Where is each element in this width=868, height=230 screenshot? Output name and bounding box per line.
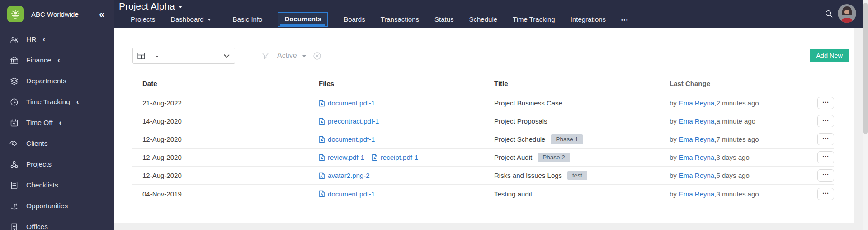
- table-row: 12-Aug-2020 review.pdf-1 receipt.pdf-1 P…: [132, 149, 834, 167]
- cell-date: 21-Aug-2022: [132, 99, 319, 107]
- row-actions-button[interactable]: ...: [817, 97, 834, 109]
- tab-dashboard[interactable]: Dashboard: [170, 15, 211, 23]
- brand: ABC Worldwide «: [0, 0, 114, 24]
- table-row: 12-Aug-2020 document.pdf-1 Project Sched…: [132, 130, 834, 149]
- table-header-row: Date Files Title Last Change: [132, 73, 834, 94]
- chevron-left-icon: ‹: [59, 118, 62, 127]
- file-link[interactable]: document.pdf-1: [319, 190, 375, 198]
- view-selector-group: -: [132, 48, 235, 64]
- caret-down-icon: [179, 6, 182, 8]
- scrollbar-thumb[interactable]: [863, 3, 868, 134]
- file-link[interactable]: receipt.pdf-1: [372, 153, 418, 161]
- user-link[interactable]: Ema Reyna: [679, 117, 714, 125]
- tab-documents[interactable]: Documents: [278, 12, 328, 27]
- top-header: Project Alpha Projects Dashboard Basic I…: [114, 0, 863, 28]
- people-icon: [9, 35, 19, 44]
- cell-title: Project Audit: [494, 153, 532, 161]
- vertical-scrollbar[interactable]: [863, 0, 868, 230]
- tab-time-tracking[interactable]: Time Tracking: [513, 15, 555, 23]
- calendar-x-icon: [9, 118, 19, 128]
- tab-transactions[interactable]: Transactions: [381, 15, 419, 23]
- content-area: - Active Add New Date Files Title Last C…: [114, 28, 863, 230]
- table-view-button[interactable]: [133, 48, 150, 63]
- timestamp: 2 minutes ago: [716, 99, 759, 107]
- sidebar-item-departments[interactable]: Departments: [0, 71, 114, 91]
- user-avatar[interactable]: [838, 4, 856, 23]
- tab-projects[interactable]: Projects: [131, 15, 155, 23]
- sidebar-item-opportunities[interactable]: Opportunities: [0, 196, 114, 216]
- row-actions-button[interactable]: ...: [817, 151, 834, 163]
- toolbar: - Active Add New: [132, 48, 849, 64]
- column-header-date: Date: [132, 80, 319, 87]
- tab-integrations[interactable]: Integrations: [571, 15, 606, 23]
- sidebar-item-label: Clients: [26, 139, 47, 148]
- file-link[interactable]: avatar2.png-2: [319, 172, 370, 179]
- filter-group: Active: [261, 51, 322, 61]
- sidebar-collapse-icon[interactable]: «: [99, 9, 108, 19]
- checklist-icon: [9, 181, 19, 190]
- sidebar-item-label: Finance: [26, 56, 51, 64]
- sidebar-item-label: Departments: [26, 77, 66, 85]
- file-link[interactable]: precontract.pdf-1: [319, 117, 379, 125]
- file-link[interactable]: document.pdf-1: [319, 135, 375, 143]
- pdf-file-icon: [319, 118, 325, 125]
- cell-title: Project Schedule: [494, 135, 545, 143]
- clear-filter-icon[interactable]: [312, 51, 322, 61]
- cell-date: 12-Aug-2020: [132, 172, 319, 179]
- sidebar-item-label: Projects: [26, 160, 52, 168]
- column-header-title: Title: [494, 80, 670, 87]
- timestamp: a minute ago: [716, 117, 755, 125]
- view-select[interactable]: -: [150, 48, 235, 63]
- sidebar: ABC Worldwide « HR ‹ Finance ‹ Departmen…: [0, 0, 114, 230]
- row-actions-button[interactable]: ...: [817, 133, 834, 145]
- row-actions-button[interactable]: ...: [817, 115, 834, 127]
- tag-badge: Phase 1: [551, 134, 583, 144]
- sidebar-item-finance[interactable]: Finance ‹: [0, 50, 114, 71]
- file-link[interactable]: review.pdf-1: [319, 153, 364, 161]
- sidebar-item-hr[interactable]: HR ‹: [0, 29, 114, 50]
- caret-down-icon[interactable]: [302, 55, 306, 58]
- chevron-left-icon: ‹: [42, 35, 45, 44]
- cell-title: Testing audit: [494, 190, 532, 198]
- sidebar-item-offices[interactable]: Offices: [0, 216, 114, 230]
- company-logo[interactable]: [7, 6, 24, 22]
- user-link[interactable]: Ema Reyna: [679, 190, 714, 198]
- table-row: 12-Aug-2020 avatar2.png-2 Risks and Issu…: [132, 167, 834, 185]
- cell-date: 12-Aug-2020: [132, 135, 319, 143]
- cell-date: 12-Aug-2020: [132, 153, 319, 161]
- sidebar-item-time-tracking[interactable]: Time Tracking ‹: [0, 91, 114, 112]
- tab-status[interactable]: Status: [434, 15, 454, 23]
- tab-basic-info[interactable]: Basic Info: [233, 15, 263, 23]
- bank-icon: [9, 56, 19, 65]
- sidebar-item-time-off[interactable]: Time Off ‹: [0, 112, 114, 133]
- timestamp: 3 minutes ago: [716, 190, 759, 198]
- table-row: 21-Aug-2022 document.pdf-1 Project Busin…: [132, 94, 834, 112]
- add-new-button[interactable]: Add New: [810, 49, 849, 62]
- sunrise-icon: [10, 9, 21, 19]
- tab-schedule[interactable]: Schedule: [469, 15, 498, 23]
- filter-value[interactable]: Active: [277, 52, 297, 60]
- user-link[interactable]: Ema Reyna: [679, 99, 714, 107]
- file-link[interactable]: document.pdf-1: [319, 99, 375, 107]
- search-icon[interactable]: [824, 9, 834, 20]
- sidebar-item-label: Time Tracking: [26, 98, 70, 106]
- table-row: 04-Nov-2019 document.pdf-1 Testing audit…: [132, 185, 834, 203]
- sidebar-item-checklists[interactable]: Checklists: [0, 175, 114, 196]
- user-link[interactable]: Ema Reyna: [679, 135, 714, 143]
- sidebar-item-projects[interactable]: Projects: [0, 154, 114, 175]
- row-actions-button[interactable]: ...: [817, 169, 834, 182]
- sidebar-item-label: HR: [26, 35, 36, 43]
- pdf-file-icon: [319, 100, 325, 107]
- documents-table: Date Files Title Last Change 21-Aug-2022…: [132, 73, 834, 203]
- user-link[interactable]: Ema Reyna: [679, 172, 714, 179]
- tab-boards[interactable]: Boards: [344, 15, 365, 23]
- clock-icon: [9, 97, 19, 107]
- sprout-hand-icon: [9, 201, 19, 211]
- sidebar-item-clients[interactable]: Clients: [0, 133, 114, 154]
- row-actions-button[interactable]: ...: [817, 188, 834, 200]
- user-link[interactable]: Ema Reyna: [679, 153, 714, 161]
- nodes-icon: [9, 160, 19, 169]
- sidebar-menu: HR ‹ Finance ‹ Departments Time Tracking…: [0, 29, 114, 230]
- grid-view-icon: [137, 52, 146, 60]
- tab-more[interactable]: •••: [621, 18, 629, 23]
